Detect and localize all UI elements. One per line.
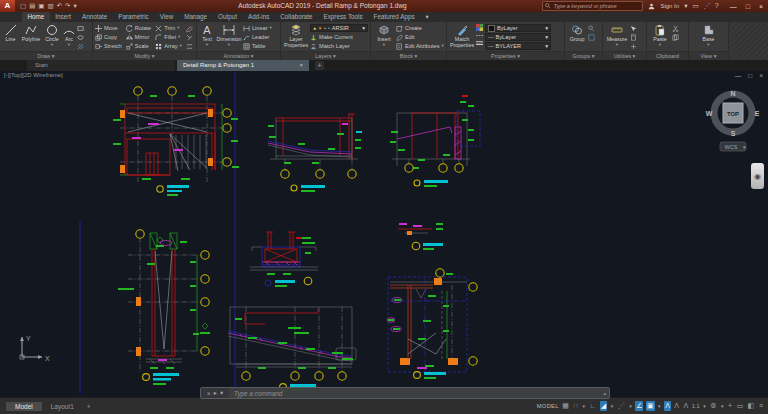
tab-annotate[interactable]: Annotate [77,12,113,22]
tab-featured-apps[interactable]: Featured Apps [368,12,420,22]
line-button[interactable]: Line [2,23,19,43]
panel-label-modify[interactable]: Modify ▾ [93,51,196,60]
match-layer-button[interactable]: Match Layer [310,42,368,50]
tab-output[interactable]: Output [213,12,243,22]
polyline-button[interactable]: Polyline [20,23,42,43]
panel-label-block[interactable]: Block ▾ [371,51,446,60]
color-wheel-icon[interactable] [476,24,483,31]
ribbon-options-icon[interactable]: ▾ [420,12,434,22]
tab-collaborate[interactable]: Collaborate [275,12,318,22]
osnap-caret-icon[interactable]: ▾ [657,401,662,411]
annotation-scale-value[interactable]: 1:1 [692,403,700,409]
ortho-toggle-icon[interactable]: ∟ [588,401,597,411]
isodraft-caret-icon[interactable]: ▾ [628,401,633,411]
viewcube[interactable]: N S W E TOP WCS ▾ [703,86,763,156]
customization-menu-icon[interactable]: ≡ [758,401,764,411]
panel-label-annotation[interactable]: Annotation ▾ [197,51,280,60]
object-snap-icon[interactable]: ▣ [646,401,655,411]
workspace-caret-icon[interactable]: ▾ [720,401,725,411]
leader-button[interactable]: Leader [243,33,272,41]
fillet-button[interactable]: Fillet▾ [155,33,182,41]
rectangle-button[interactable] [77,24,84,32]
undo-icon[interactable]: ↶ [57,0,62,12]
snap-caret-icon[interactable]: ▾ [581,401,586,411]
make-current-button[interactable]: Make Current [310,33,368,41]
tab-addins[interactable]: Add-ins [242,12,274,22]
osnap-tracking-icon[interactable]: ∠ [635,401,643,411]
measure-button[interactable]: Measure▾ [605,23,629,47]
arc-button[interactable]: Arc▾ [62,23,76,47]
search-input[interactable]: Type a keyword or phrase [542,1,643,11]
scale-button[interactable]: Scale [126,42,151,50]
stretch-button[interactable]: Stretch [95,42,122,50]
text-button[interactable]: A Text▾ [199,23,215,47]
array-button[interactable]: Array▾ [155,42,182,50]
user-icon[interactable] [648,3,655,10]
linetype-icon[interactable] [476,32,483,39]
layout1-tab[interactable]: Layout1 [42,402,83,411]
isodraft-icon[interactable]: ⋰ [617,401,626,411]
ungroup-button[interactable] [588,24,595,32]
open-icon[interactable]: ▤ [29,0,35,12]
group-button[interactable]: Group [567,23,587,43]
scale-caret-icon[interactable]: ▾ [702,401,707,411]
linetype-select[interactable]: — ByLayer ▾ [485,33,551,41]
panel-label-layers[interactable]: Layers ▾ [281,51,370,60]
edit-attributes-button[interactable]: Edit Attributes▾ [396,42,444,50]
base-button[interactable]: Base▾ [698,23,720,47]
move-button[interactable]: Move [95,24,122,32]
copy-clip-button[interactable] [672,33,679,41]
id-point-button[interactable] [630,42,637,50]
grid-toggle-icon[interactable]: ▦ [561,401,570,411]
mirror-button[interactable]: Mirror [126,33,151,41]
file-tab-close-icon[interactable]: × [299,60,303,71]
model-space-indicator[interactable]: MODEL [537,403,559,409]
annotation-scale-icon[interactable]: Λ [683,401,690,411]
create-block-button[interactable]: Create [396,24,444,32]
annotation-monitor-icon[interactable]: + [727,401,733,411]
doc-restore-button[interactable]: □ [748,72,752,79]
edit-block-button[interactable]: Edit [396,33,444,41]
help-icon[interactable]: ? [715,1,719,11]
lineweight-icon[interactable] [476,40,483,47]
compass-south[interactable]: S [731,130,736,137]
dimension-button[interactable]: Dimension▾ [216,23,242,47]
navigation-wheel-icon[interactable]: ◉ [754,172,761,181]
autoscale-icon[interactable]: Λ [673,401,680,411]
panel-label-groups[interactable]: Groups ▾ [565,51,602,60]
layer-select[interactable]: ● ✶ ▪ ▫ ARSIR ▾ [310,24,368,32]
compass-west[interactable]: W [706,110,713,117]
new-layout-button[interactable]: + [83,402,95,411]
command-history-icon[interactable]: ▴ [603,390,609,396]
doc-minimize-button[interactable]: — [735,72,742,79]
group-edit-button[interactable] [588,33,595,41]
command-line[interactable]: × ▸ ▾ Type a command ▴ [200,387,610,399]
panel-label-utilities[interactable]: Utilities ▾ [603,51,646,60]
panel-label-properties[interactable]: Properties ▾ [447,51,564,60]
quick-properties-icon[interactable]: ▭ [736,401,745,411]
command-recent-icon[interactable]: ▾ [220,389,223,397]
file-tab-start[interactable]: Start [27,60,175,71]
cut-button[interactable] [672,24,679,32]
ellipse-button[interactable] [77,33,84,41]
annotation-visibility-icon[interactable]: Λ [664,401,671,411]
file-tab-drawing[interactable]: Detail Ramp & Potongan 1 × [177,60,309,71]
maximize-button[interactable]: □ [746,3,750,10]
rotate-button[interactable]: Rotate [126,24,151,32]
new-icon[interactable]: ▢ [20,0,26,12]
hatch-button[interactable] [77,42,84,50]
isolate-objects-icon[interactable]: ◧ [747,401,756,411]
panel-label-view[interactable]: View ▾ [689,51,728,60]
new-drawing-tab-button[interactable]: + [315,61,324,70]
qat-more-icon[interactable]: ▾ [74,0,77,12]
close-button[interactable]: × [759,3,763,10]
quick-select-button[interactable] [630,24,637,32]
match-properties-button[interactable]: Match Properties [449,23,475,48]
insert-button[interactable]: Insert▾ [373,23,395,47]
navigation-bar[interactable]: ◉ [751,163,764,189]
panel-label-clipboard[interactable]: Clipboard [647,51,688,60]
trim-button[interactable]: Trim▾ [155,24,182,32]
autocad-logo-icon[interactable]: A [0,0,15,12]
explode-button[interactable] [186,33,193,41]
doc-close-button[interactable]: × [759,72,763,79]
